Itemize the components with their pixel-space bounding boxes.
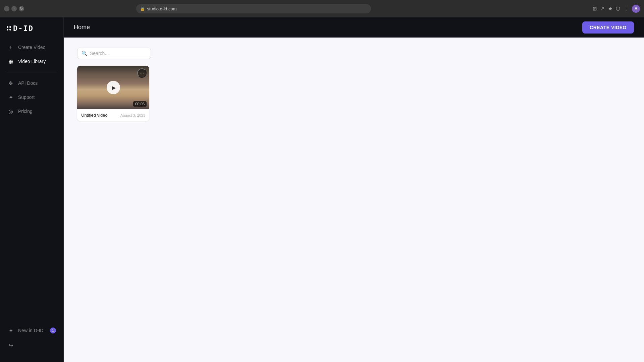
- search-input[interactable]: [90, 51, 147, 56]
- sparkle-icon: ✦: [7, 327, 14, 334]
- page-title: Home: [74, 24, 90, 31]
- sidebar-item-label: Pricing: [18, 109, 33, 114]
- sidebar-item-label: New in D-ID: [18, 328, 43, 333]
- logo-dots: [7, 26, 11, 31]
- share-icon[interactable]: ↗: [600, 6, 605, 12]
- sidebar-item-logout[interactable]: ↪: [3, 339, 60, 352]
- new-badge: 1: [50, 327, 56, 334]
- back-button[interactable]: ←: [4, 6, 9, 11]
- grid-icon: ▦: [7, 58, 14, 65]
- search-container: 🔍: [77, 48, 151, 59]
- support-icon: ✦: [7, 94, 14, 101]
- video-more-button[interactable]: ⋯: [137, 68, 147, 78]
- sidebar-divider: [7, 72, 57, 72]
- sidebar-item-label: Create Video: [18, 45, 45, 50]
- sidebar-item-api-docs[interactable]: ❖ API Docs: [3, 76, 60, 90]
- sidebar-item-support[interactable]: ✦ Support: [3, 90, 60, 104]
- sidebar-item-video-library[interactable]: ▦ Video Library: [3, 55, 60, 68]
- video-grid: ⋯ ▶ 00:06 Untitled video August 3, 2023: [77, 66, 631, 121]
- sidebar-item-pricing[interactable]: ◎ Pricing: [3, 105, 60, 118]
- video-card[interactable]: ⋯ ▶ 00:06 Untitled video August 3, 2023: [77, 66, 149, 121]
- video-date: August 3, 2023: [120, 113, 145, 117]
- search-input-wrapper: 🔍: [77, 48, 151, 59]
- logo: D-ID: [0, 24, 63, 41]
- sidebar: D-ID + Create Video ▦ Video Library ❖ AP…: [0, 17, 64, 362]
- create-video-button[interactable]: CREATE VIDEO: [582, 21, 634, 34]
- app-container: D-ID + Create Video ▦ Video Library ❖ AP…: [0, 17, 644, 362]
- refresh-button[interactable]: ↻: [19, 6, 24, 11]
- sidebar-item-label: Video Library: [18, 59, 46, 64]
- profile-avatar[interactable]: A: [632, 5, 640, 13]
- bookmark-icon[interactable]: ★: [608, 6, 612, 12]
- url-text: studio.d-id.com: [147, 6, 176, 11]
- browser-chrome: ← → ↻ 🔒 studio.d-id.com ⊞ ↗ ★ ⬡ ⋮ A: [0, 0, 644, 17]
- search-icon: 🔍: [82, 51, 87, 56]
- sidebar-item-new-in-did[interactable]: ✦ New in D-ID 1: [3, 324, 60, 337]
- content-area: 🔍 ⋯ ▶ 00:06 Unti: [64, 38, 644, 362]
- api-icon: ❖: [7, 80, 14, 86]
- sidebar-item-label: Support: [18, 95, 35, 100]
- cast-icon[interactable]: ⊞: [593, 6, 597, 12]
- address-bar[interactable]: 🔒 studio.d-id.com: [136, 4, 371, 13]
- menu-icon[interactable]: ⋮: [624, 6, 629, 12]
- lock-icon: 🔒: [140, 7, 145, 11]
- sidebar-item-create-video[interactable]: + Create Video: [3, 41, 60, 54]
- play-icon: ▶: [112, 84, 116, 91]
- browser-controls: ← → ↻: [4, 6, 24, 11]
- logout-icon: ↪: [7, 342, 14, 349]
- header: Home CREATE VIDEO: [64, 17, 644, 38]
- plus-icon: +: [7, 44, 14, 51]
- main-content: Home CREATE VIDEO 🔍 ⋯: [64, 17, 644, 362]
- forward-button[interactable]: →: [11, 6, 17, 11]
- play-button[interactable]: ▶: [107, 81, 120, 94]
- extensions-icon[interactable]: ⬡: [616, 6, 620, 12]
- video-info: Untitled video August 3, 2023: [77, 109, 149, 121]
- sidebar-bottom: ✦ New in D-ID 1 ↪: [0, 320, 63, 355]
- browser-actions: ⊞ ↗ ★ ⬡ ⋮ A: [593, 5, 640, 13]
- video-duration: 00:06: [133, 101, 147, 107]
- sidebar-item-label: API Docs: [18, 80, 38, 86]
- sidebar-nav: + Create Video ▦ Video Library ❖ API Doc…: [0, 41, 63, 320]
- video-title: Untitled video: [81, 113, 108, 118]
- logo-text: D-ID: [13, 24, 34, 33]
- video-thumbnail: ⋯ ▶ 00:06: [77, 66, 149, 109]
- dollar-icon: ◎: [7, 108, 14, 115]
